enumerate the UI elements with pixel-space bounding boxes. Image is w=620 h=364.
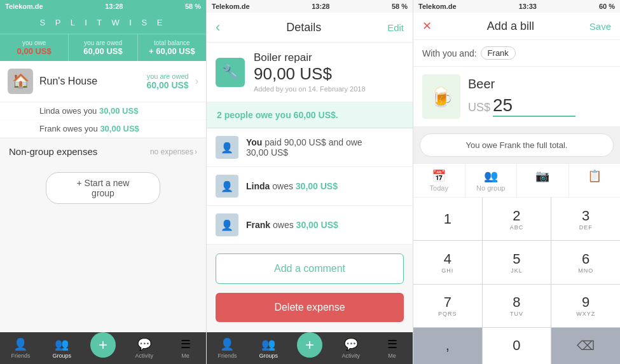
key-1[interactable]: 1 [413,198,482,240]
back-button[interactable]: ‹ [216,19,220,36]
expense-icon: 🔧 [216,58,245,87]
notes-action[interactable]: 📋 [569,164,621,197]
total-balance-amount: + 60,00 US$ [141,46,203,56]
tab-me-label-1: Me [181,353,189,359]
bill-thumbnail: 🍺 [422,74,460,119]
time-1: 13:28 [105,3,123,10]
key-2[interactable]: 2 ABC [483,198,551,240]
group-right: you are owed 60,00 US$ [147,72,189,90]
expense-name: Boiler repair [254,51,366,64]
nongroup-status: no expenses › [150,147,197,156]
group-owed-amount: 60,00 US$ [147,80,189,90]
app-title: S P L I T W I S E [0,13,206,34]
tab-activity-label-2: Activity [342,353,361,359]
tab-friends-2[interactable]: 👤 Friends [207,332,248,364]
delete-expense-button[interactable]: Delete expense [216,293,404,322]
chevron-icon: › [195,76,198,87]
panel-details: Telekom.de 13:28 58 % ‹ Details Edit 🔧 B… [207,0,413,364]
bill-amount-input[interactable] [493,95,575,117]
total-balance-cell: total balance + 60,00 US$ [138,34,206,61]
tab-friends-label-1: Friends [11,353,30,359]
you-are-owed-label: you are owed [71,39,134,46]
carrier-2: Telekom.de [212,3,250,10]
owed-banner: 2 people owe you 60,00 US$. [207,102,413,128]
expense-info: Boiler repair 90,00 US$ Added by you on … [254,51,366,93]
new-group-button[interactable]: + Start a new group [46,172,160,204]
photo-action[interactable]: 📷 [517,164,569,197]
member-row-linda: Linda owes you 30,00 US$ [0,102,206,120]
tab-me-1[interactable]: ☰ Me [165,332,206,364]
avatar-frank: 👤 [216,213,238,236]
panel-groups: Telekom.de 13:28 58 % S P L I T W I S E … [0,0,207,364]
addbill-title: Add a bill [487,20,534,33]
tab-groups-2[interactable]: 👥 Groups [248,332,289,364]
key-3[interactable]: 3 DEF [551,198,620,240]
avatar-linda: 👤 [216,175,238,198]
tab-groups-1[interactable]: 👥 Groups [41,332,83,364]
tab-friends-1[interactable]: 👤 Friends [0,332,41,364]
friends-icon: 👤 [13,337,27,351]
owed-suffix: . [336,110,338,120]
tab-activity-1[interactable]: 💬 Activity [123,332,165,364]
split-text-frank: Frank owes 30,00 US$ [246,220,338,230]
currency-label: US$ [468,101,490,114]
you-owe-label: you owe [3,39,65,46]
groups-icon-2: 👥 [261,337,275,351]
status-bar-3: Telekom.de 13:33 60 % [413,0,620,13]
numpad: 1 2 ABC 3 DEF 4 GHI 5 JKL 6 MNO 7 PQRS 8 [413,198,620,364]
me-icon-2: ☰ [387,337,397,351]
add-icon-2: + [297,332,322,358]
you-are-owed-amount: 60,00 US$ [71,46,134,56]
key-comma[interactable]: , [413,328,482,364]
tab-me-2[interactable]: ☰ Me [371,332,413,364]
key-6[interactable]: 6 MNO [551,241,620,283]
with-person-tag[interactable]: Frank [481,46,516,60]
tab-me-label-2: Me [388,353,396,359]
balance-row: you owe 0,00 US$ you are owed 60,00 US$ … [0,34,206,61]
group-name: Run's House [39,76,141,87]
add-comment-button[interactable]: Add a comment [216,253,404,284]
activity-icon-1: 💬 [137,337,151,351]
bill-details: Beer US$ [468,77,575,117]
with-row: With you and: Frank [413,40,620,67]
edit-button[interactable]: Edit [387,22,404,33]
group-action[interactable]: 👥 No group [465,164,518,197]
delete-icon: ⌫ [577,338,595,353]
owed-amount: 60,00 US$ [294,110,336,120]
date-action[interactable]: 📅 Today [413,164,465,197]
key-9[interactable]: 9 WXYZ [551,285,620,327]
tab-activity-label-1: Activity [135,353,154,359]
with-label: With you and: [422,48,477,58]
key-7[interactable]: 7 PQRS [413,285,482,327]
member-row-frank: Frank owes you 30,00 US$ [0,120,206,138]
notes-icon: 📋 [588,169,602,183]
battery-2: 58 % [392,3,408,10]
time-2: 13:28 [312,3,329,10]
status-bar-2: Telekom.de 13:28 58 % [207,0,413,13]
group-icon: 🏠 [8,69,33,94]
save-button[interactable]: Save [589,21,611,32]
chevron-nongroup-icon: › [195,147,197,156]
no-group-label: No group [476,184,505,192]
bill-actions: 📅 Today 👥 No group 📷 📋 [413,163,620,198]
bill-name: Beer [468,77,575,91]
tab-add-2[interactable]: + [289,332,331,364]
key-0[interactable]: 0 [483,328,551,364]
key-5[interactable]: 5 JKL [483,241,551,283]
owe-notice: You owe Frank the full total. [420,133,614,157]
split-row-you: 👤 You paid 90,00 US$ and owe30,00 US$ [207,128,413,167]
add-icon-1: + [90,332,116,358]
key-8[interactable]: 8 TUV [483,285,551,327]
split-text-linda: Linda owes 30,00 US$ [246,181,338,191]
camera-icon: 📷 [535,169,549,183]
expense-amount: 90,00 US$ [254,64,366,84]
close-button[interactable]: ✕ [422,19,432,33]
tab-groups-label-2: Groups [259,353,278,359]
tab-activity-2[interactable]: 💬 Activity [330,332,371,364]
group-item-runs-house[interactable]: 🏠 Run's House you are owed 60,00 US$ › [0,61,206,102]
you-owe-cell: you owe 0,00 US$ [0,34,69,61]
key-delete[interactable]: ⌫ [551,328,620,364]
key-4[interactable]: 4 GHI [413,241,482,283]
expense-hero: 🔧 Boiler repair 90,00 US$ Added by you o… [207,43,413,102]
tab-add-1[interactable]: + [83,332,124,364]
